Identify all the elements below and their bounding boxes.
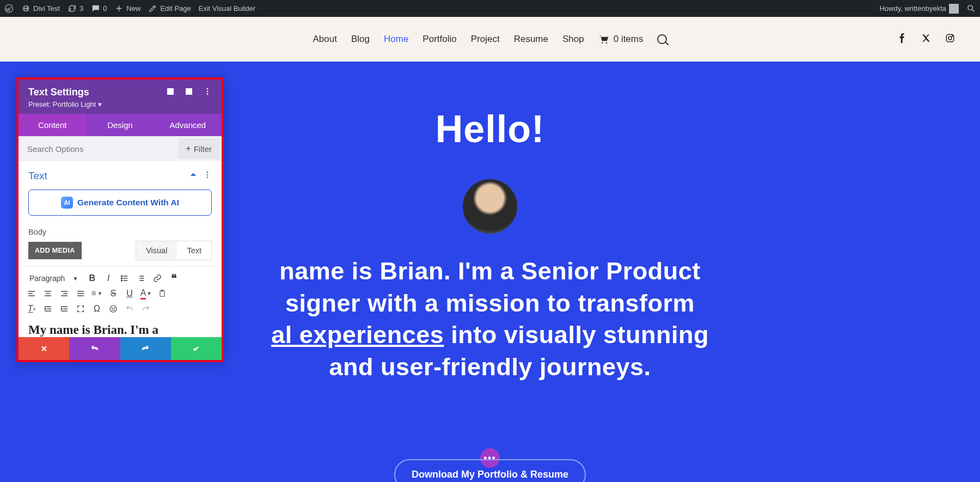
quote-icon[interactable]: ❝ bbox=[168, 273, 179, 284]
sync-count: 3 bbox=[79, 4, 83, 13]
expand-icon[interactable] bbox=[166, 87, 175, 98]
exit-vb-label: Exit Visual Builder bbox=[199, 4, 256, 13]
emoji-icon[interactable] bbox=[108, 303, 119, 314]
cart-icon bbox=[598, 34, 609, 44]
section-kebab-icon[interactable] bbox=[203, 170, 212, 182]
undo-editor-icon[interactable] bbox=[124, 303, 135, 314]
site-header: About Blog Home Portfolio Project Resume… bbox=[0, 17, 980, 62]
fullscreen-icon[interactable] bbox=[75, 303, 86, 314]
clear-format-icon[interactable]: Tx bbox=[26, 303, 37, 314]
underline-icon[interactable]: U bbox=[124, 288, 135, 299]
align-center-icon[interactable] bbox=[42, 288, 53, 299]
svg-point-17 bbox=[121, 278, 122, 279]
tab-advanced[interactable]: Advanced bbox=[154, 114, 222, 136]
nav-blog[interactable]: Blog bbox=[351, 34, 370, 45]
x-twitter-icon[interactable] bbox=[921, 33, 931, 45]
svg-point-10 bbox=[207, 88, 209, 90]
redo-editor-icon[interactable] bbox=[140, 303, 151, 314]
save-button[interactable] bbox=[171, 337, 222, 360]
nav-cart[interactable]: 0 items bbox=[598, 34, 644, 45]
align-left-icon[interactable] bbox=[26, 288, 37, 299]
italic-icon[interactable]: I bbox=[103, 273, 114, 284]
add-media-button[interactable]: ADD MEDIA bbox=[28, 242, 82, 259]
sync-indicator[interactable]: 3 bbox=[68, 4, 83, 13]
align-right-icon[interactable] bbox=[59, 288, 70, 299]
site-name-link[interactable]: Divi Test bbox=[21, 4, 60, 13]
text-settings-panel: Text Settings Preset: Portfolio Light ▾ … bbox=[16, 77, 224, 362]
search-options-input[interactable] bbox=[19, 137, 176, 161]
admin-search-icon[interactable] bbox=[966, 4, 976, 13]
download-cta-button[interactable]: Download My Portfolio & Resume bbox=[394, 459, 586, 482]
svg-point-14 bbox=[207, 174, 209, 176]
format-select[interactable]: Paragraph▼ bbox=[26, 273, 81, 284]
outdent-icon[interactable] bbox=[42, 303, 53, 314]
ol-list-icon[interactable] bbox=[136, 273, 146, 284]
hero-line4: and user-friendly journeys. bbox=[329, 353, 651, 381]
panel-tabs: Content Design Advanced bbox=[19, 114, 222, 136]
new-label: New bbox=[126, 4, 140, 13]
undo-button[interactable] bbox=[69, 337, 120, 360]
special-char-icon[interactable]: Ω bbox=[91, 303, 102, 314]
nav-about[interactable]: About bbox=[313, 34, 337, 45]
nav-shop[interactable]: Shop bbox=[562, 34, 584, 45]
nav-search-icon[interactable] bbox=[657, 34, 667, 44]
collapse-icon[interactable] bbox=[189, 170, 198, 182]
panel-header: Text Settings Preset: Portfolio Light ▾ bbox=[19, 80, 222, 114]
hero-line2: signer with a mission to transform bbox=[285, 289, 695, 317]
filter-button[interactable]: +Filter bbox=[178, 138, 219, 159]
svg-point-24 bbox=[114, 308, 114, 308]
nav-project[interactable]: Project bbox=[471, 34, 500, 45]
svg-point-6 bbox=[948, 36, 952, 40]
panel-action-bar bbox=[19, 337, 222, 360]
exit-vb-link[interactable]: Exit Visual Builder bbox=[199, 4, 256, 13]
align-justify-icon[interactable] bbox=[75, 288, 86, 299]
site-name-text: Divi Test bbox=[33, 4, 60, 13]
svg-point-4 bbox=[605, 42, 607, 44]
nav-portfolio[interactable]: Portfolio bbox=[422, 34, 456, 45]
ul-list-icon[interactable] bbox=[119, 273, 130, 284]
svg-rect-21 bbox=[161, 290, 163, 291]
svg-point-12 bbox=[207, 93, 209, 95]
svg-point-3 bbox=[602, 42, 603, 44]
edit-page-link[interactable]: Edit Page bbox=[148, 4, 191, 13]
wp-logo[interactable] bbox=[4, 4, 14, 13]
nav-resume[interactable]: Resume bbox=[514, 34, 548, 45]
mode-text-tab[interactable]: Text bbox=[177, 241, 211, 260]
ai-button-label: Generate Content With AI bbox=[77, 198, 179, 208]
section-text-title[interactable]: Text bbox=[28, 170, 47, 182]
paste-icon[interactable] bbox=[157, 288, 168, 299]
svg-point-15 bbox=[207, 176, 209, 178]
comments-link[interactable]: 0 bbox=[91, 4, 107, 13]
preset-dropdown[interactable]: Preset: Portfolio Light ▾ bbox=[28, 100, 212, 108]
cancel-button[interactable] bbox=[19, 337, 69, 360]
tab-design[interactable]: Design bbox=[86, 114, 154, 136]
indent-icon[interactable] bbox=[59, 303, 70, 314]
new-link[interactable]: New bbox=[114, 4, 140, 13]
svg-point-16 bbox=[121, 276, 122, 277]
format-select-label: Paragraph bbox=[29, 274, 65, 283]
nav-home[interactable]: Home bbox=[384, 34, 408, 45]
textcolor-icon[interactable]: A▼ bbox=[140, 288, 151, 299]
howdy-link[interactable]: Howdy, writtenbyekta bbox=[879, 4, 959, 14]
kebab-icon[interactable] bbox=[203, 87, 212, 98]
tab-content[interactable]: Content bbox=[19, 114, 86, 136]
hero-avatar bbox=[463, 179, 517, 234]
svg-point-2 bbox=[968, 5, 973, 10]
table-icon[interactable]: ▼ bbox=[91, 288, 102, 299]
generate-ai-button[interactable]: AI Generate Content With AI bbox=[28, 190, 212, 216]
facebook-icon[interactable] bbox=[897, 33, 907, 45]
bold-icon[interactable]: B bbox=[87, 273, 97, 284]
editor-body-preview[interactable]: My name is Brian. I'm a bbox=[19, 316, 222, 337]
mode-visual-tab[interactable]: Visual bbox=[136, 241, 177, 260]
hero-line1: name is Brian. I'm a Senior Product bbox=[279, 257, 700, 285]
ai-badge-icon: AI bbox=[61, 197, 73, 209]
instagram-icon[interactable] bbox=[945, 33, 955, 45]
redo-button[interactable] bbox=[120, 337, 171, 360]
rich-text-toolbar: Paragraph▼ B I ❝ ▼ S U A▼ Tx Ω bbox=[19, 266, 222, 316]
snap-icon[interactable] bbox=[185, 87, 193, 98]
strike-icon[interactable]: S bbox=[108, 288, 119, 299]
hero-line3-rest: into visually stunning bbox=[444, 321, 709, 349]
howdy-text: Howdy, writtenbyekta bbox=[879, 4, 946, 13]
link-icon[interactable] bbox=[152, 273, 163, 284]
wp-admin-bar: Divi Test 3 0 New Edit Page Exit Visual … bbox=[0, 0, 980, 17]
